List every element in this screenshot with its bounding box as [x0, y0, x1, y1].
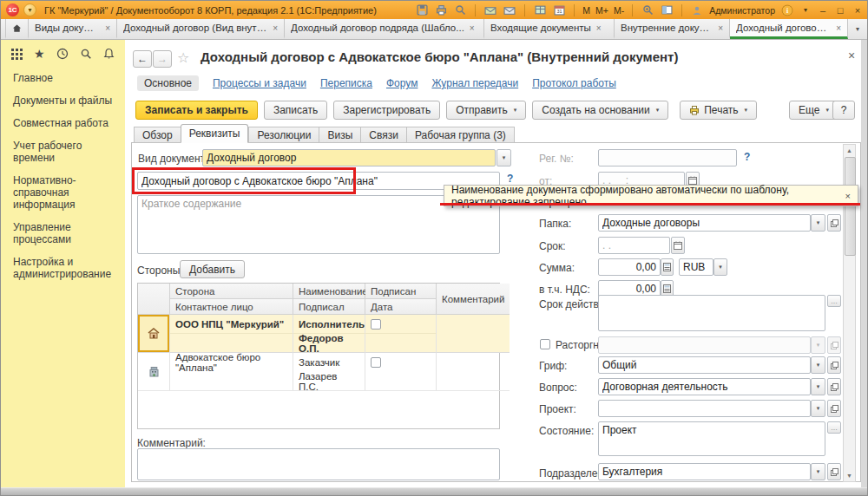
role-cell[interactable]: Исполнитель [293, 315, 365, 334]
tooltip-close-icon[interactable]: × [845, 191, 851, 201]
signer-cell[interactable]: Лазарев П.С. [293, 372, 365, 391]
tab-document-kinds[interactable]: Виды документов× [29, 19, 117, 39]
comment-cell[interactable] [437, 315, 510, 353]
term-calendar-button[interactable] [671, 237, 685, 254]
grif-input[interactable] [598, 356, 811, 374]
signed-cell[interactable] [365, 315, 437, 334]
tab-close-icon[interactable]: × [718, 23, 723, 33]
sidebar-item-settings-administration[interactable]: Настройка и администрирование [13, 256, 120, 280]
mail-send-icon[interactable] [483, 3, 497, 17]
validity-textarea[interactable] [598, 295, 825, 331]
tab-contract-template[interactable]: Доходный договор подряда (Шабло...× [285, 19, 484, 39]
date-cell[interactable] [365, 334, 437, 353]
nav-main[interactable]: Основное [137, 75, 199, 91]
search-icon[interactable] [80, 48, 92, 60]
table-empty-area[interactable] [138, 391, 510, 428]
term-input[interactable] [598, 237, 670, 254]
more-button[interactable]: Еще▾ [789, 101, 838, 120]
send-button[interactable]: Отправить▾ [446, 101, 526, 120]
tab-current-document[interactable]: Доходный договор с Адвокатское б...× [730, 19, 848, 39]
row-type-counterparty-icon-cell[interactable] [138, 353, 170, 391]
sidebar-item-main[interactable]: Главное [13, 72, 120, 84]
favorites-star-icon[interactable]: ★ [34, 49, 45, 60]
date-cell[interactable] [365, 372, 437, 391]
tab-overflow-button[interactable]: ▾ [850, 19, 865, 39]
sidebar-item-reference-info[interactable]: Нормативно-справочная информация [13, 174, 120, 211]
history-icon[interactable] [56, 48, 69, 60]
tab-close-icon[interactable]: × [470, 23, 475, 33]
grif-open-button[interactable] [827, 356, 841, 374]
scroll-up-icon[interactable]: ▲ [846, 145, 852, 156]
signed-cell[interactable] [365, 353, 437, 372]
sidebar-item-collaboration[interactable]: Совместная работа [13, 117, 120, 129]
memory-m-minus-button[interactable]: M- [614, 5, 624, 16]
table-header-side[interactable]: Сторона [170, 284, 293, 299]
sidebar-item-process-management[interactable]: Управление процессами [13, 221, 120, 245]
question-dropdown-button[interactable]: ▾ [811, 378, 825, 395]
info-dropdown-icon[interactable]: ▾ [799, 6, 812, 14]
form-close-icon[interactable]: × [848, 49, 855, 62]
sidebar-item-time-tracking[interactable]: Учет рабочего времени [13, 140, 120, 164]
tab-close-icon[interactable]: × [836, 23, 841, 33]
table-header-comment[interactable]: Комментарий [437, 284, 510, 315]
tab-internal-documents[interactable]: Внутренние документы× [615, 19, 730, 39]
tab-close-icon[interactable]: × [596, 23, 602, 33]
tab-income-contract-kind[interactable]: Доходный договор (Вид внутренне...× [117, 19, 285, 39]
party-cell[interactable]: Адвокатское бюро "Аплана" [170, 353, 293, 372]
folder-dropdown-button[interactable]: ▾ [811, 214, 825, 232]
department-open-button[interactable] [827, 463, 841, 480]
panels-icon[interactable] [660, 3, 674, 17]
subtab-overview[interactable]: Обзор [134, 127, 181, 143]
forward-button[interactable]: → [153, 50, 172, 68]
close-button[interactable]: × [852, 5, 864, 16]
table-header-contact[interactable]: Контактное лицо [170, 299, 293, 315]
memory-m-button[interactable]: M [582, 5, 590, 16]
scrollbar-thumb[interactable] [845, 157, 856, 256]
department-dropdown-button[interactable]: ▾ [811, 463, 825, 480]
info-icon[interactable]: i [780, 3, 794, 17]
project-dropdown-button[interactable]: ▾ [811, 400, 825, 417]
table-header-signer[interactable]: Подписал [293, 299, 365, 315]
signed-checkbox[interactable] [371, 357, 381, 368]
nav-processes-tasks[interactable]: Процессы и задачи [213, 77, 306, 89]
document-kind-dropdown-button[interactable]: ▾ [496, 149, 511, 166]
table-icon[interactable] [533, 3, 547, 17]
nav-correspondence[interactable]: Переписка [320, 77, 372, 89]
nav-work-protocol[interactable]: Протокол работы [532, 77, 616, 89]
save-icon[interactable] [415, 3, 429, 17]
sum-input[interactable] [598, 258, 661, 276]
sum-calculator-button[interactable] [661, 258, 674, 276]
table-header-name[interactable]: Наименование [293, 284, 365, 299]
nav-transfer-log[interactable]: Журнал передачи [431, 77, 518, 89]
subtab-working-group[interactable]: Рабочая группа (3) [406, 127, 515, 143]
question-input[interactable] [598, 378, 811, 395]
save-button[interactable]: Записать [264, 101, 327, 120]
state-textarea[interactable]: Проект [598, 421, 825, 456]
folder-open-button[interactable] [827, 214, 841, 232]
reg-number-input[interactable] [598, 149, 737, 166]
add-party-button[interactable]: Добавить [180, 260, 245, 278]
mail-receive-icon[interactable] [503, 3, 516, 17]
maximize-button[interactable]: □ [834, 5, 846, 16]
project-input[interactable] [598, 400, 811, 417]
back-button[interactable]: ← [133, 50, 152, 68]
subtab-requisites[interactable]: Реквизиты [181, 124, 249, 143]
question-open-button[interactable] [827, 378, 841, 395]
subtab-resolutions[interactable]: Резолюции [248, 127, 319, 143]
state-ellipsis-button[interactable]: ... [827, 421, 841, 434]
favorite-star-icon[interactable]: ☆ [177, 49, 189, 66]
table-header-signed[interactable]: Подписан [365, 284, 437, 299]
print-icon[interactable] [434, 3, 448, 17]
comment-cell[interactable] [437, 353, 510, 391]
subtab-links[interactable]: Связи [360, 127, 406, 143]
document-kind-input[interactable] [202, 149, 496, 166]
party-cell[interactable]: ООО НПЦ "Меркурий" [170, 315, 293, 334]
memory-m-plus-button[interactable]: M+ [595, 5, 608, 16]
row-type-our-organization-icon-cell[interactable] [138, 315, 170, 353]
scroll-down-icon[interactable]: ▼ [846, 470, 852, 481]
department-input[interactable] [598, 463, 811, 480]
comment-textarea[interactable] [137, 448, 500, 480]
save-and-close-button[interactable]: Записать и закрыть [135, 101, 258, 120]
role-cell[interactable]: Заказчик [293, 353, 365, 372]
home-tab[interactable] [5, 19, 29, 39]
